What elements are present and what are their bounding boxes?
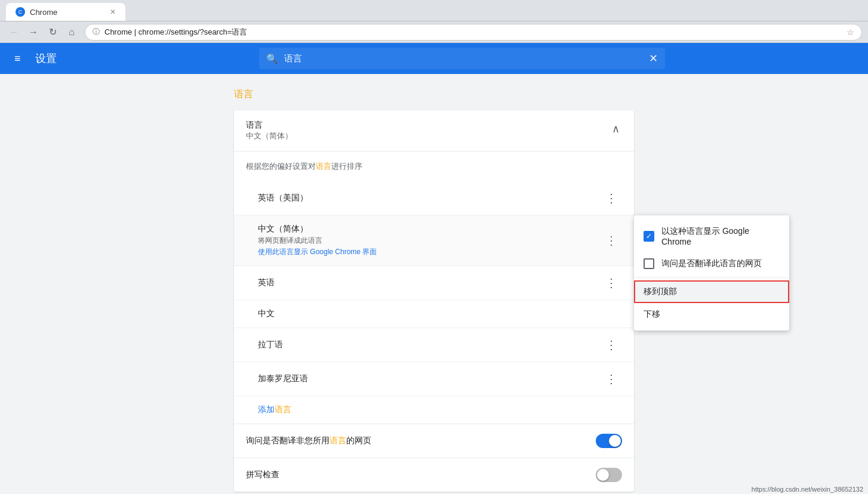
tab-bar: C Chrome ✕ (0, 0, 868, 21)
language-item-zh: 中文 (234, 300, 634, 328)
checkbox-display-chrome: ✓ (644, 231, 654, 242)
back-button[interactable]: ← (6, 24, 23, 41)
language-list: 英语（美国） ⋮ 中文（简体） 将网页翻译成此语言 使用此语言显示 Google… (234, 181, 634, 424)
address-text: Chrome | chrome://settings/?search=语言 (104, 27, 842, 38)
section-title: 语言 (234, 88, 634, 101)
hamburger-menu-button[interactable]: ≡ (10, 48, 26, 70)
language-name-zh-cn: 中文（简体） (258, 224, 377, 234)
language-name-zh: 中文 (258, 308, 275, 319)
translate-highlight: 语言 (308, 236, 322, 245)
settings-search-input[interactable] (284, 54, 643, 64)
reload-button[interactable]: ↻ (44, 24, 61, 41)
search-icon: 🔍 (266, 53, 278, 64)
more-options-en-us[interactable]: ⋮ (601, 190, 622, 206)
address-bar[interactable]: ⓘ Chrome | chrome://settings/?search=语言 … (85, 24, 862, 41)
card-description: 根据您的偏好设置对语言进行排序 (234, 152, 634, 181)
main-content: 语言 语言 中文（简体） ∧ 根据您的偏好设置对语言进行排序 英语（美国） ⋮ (0, 74, 868, 494)
spell-toggle[interactable] (596, 468, 622, 482)
menu-item-display-chrome[interactable]: ✓ 以这种语言显示 Google Chrome (634, 220, 789, 252)
translate-toggle-row: 询问是否翻译非您所用语言的网页 (234, 424, 634, 458)
translate-toggle-label: 询问是否翻译非您所用语言的网页 (246, 436, 371, 446)
language-name-en: 英语 (258, 277, 275, 288)
menu-item-ask-translate[interactable]: 询问是否翻译此语言的网页 (634, 252, 789, 275)
tab-close-button[interactable]: ✕ (110, 8, 116, 16)
collapse-button[interactable]: ∧ (610, 120, 622, 138)
language-item-la: 拉丁语 ⋮ (234, 328, 634, 362)
menu-item-ask-translate-label: 询问是否翻译此语言的网页 (661, 258, 762, 269)
menu-item-display-chrome-label: 以这种语言显示 Google Chrome (661, 226, 780, 246)
card-header-label: 语言 (246, 120, 293, 131)
tab-title: Chrome (30, 8, 57, 17)
search-clear-button[interactable]: ✕ (649, 52, 658, 65)
translate-prefix: 将网页翻译成此 (258, 236, 308, 245)
context-menu: ✓ 以这种语言显示 Google Chrome 询问是否翻译此语言的网页 移到顶… (634, 215, 789, 331)
more-options-zh-cn[interactable]: ⋮ (601, 232, 622, 249)
translate-toggle[interactable] (596, 434, 622, 448)
menu-item-move-down[interactable]: 下移 (634, 303, 789, 326)
language-name-la: 拉丁语 (258, 339, 283, 350)
spell-toggle-row: 拼写检查 (234, 458, 634, 492)
status-url: https://blog.csdn.net/weixin_38652132 (752, 486, 863, 493)
settings-header: ≡ 设置 🔍 ✕ (0, 43, 868, 74)
status-bar: https://blog.csdn.net/weixin_38652132 (747, 484, 868, 494)
toggle-thumb (609, 435, 621, 447)
nav-buttons: ← → ↻ ⌂ (6, 24, 80, 41)
card-header: 语言 中文（简体） ∧ (234, 110, 634, 152)
bookmark-star-icon[interactable]: ☆ (847, 27, 854, 37)
menu-item-move-top[interactable]: 移到顶部 (634, 280, 789, 303)
spell-toggle-thumb (597, 469, 609, 481)
language-sub-zh-cn: 将网页翻译成此语言 (258, 236, 377, 246)
description-suffix: 进行排序 (331, 162, 362, 171)
add-highlight: 语言 (275, 405, 291, 414)
language-item-en-us: 英语（美国） ⋮ (234, 181, 634, 215)
spell-toggle-label: 拼写检查 (246, 470, 279, 480)
language-settings-card: 语言 中文（简体） ∧ 根据您的偏好设置对语言进行排序 英语（美国） ⋮ 中文（… (234, 110, 634, 492)
language-name-ca: 加泰罗尼亚语 (258, 373, 308, 384)
language-name-en-us: 英语（美国） (258, 193, 308, 203)
menu-item-move-top-label: 移到顶部 (644, 286, 677, 297)
security-icon: ⓘ (93, 27, 100, 37)
language-info-zh-cn: 中文（简体） 将网页翻译成此语言 使用此语言显示 Google Chrome 界… (258, 224, 377, 257)
active-tab[interactable]: C Chrome ✕ (6, 3, 125, 21)
settings-title-label: 设置 (35, 51, 57, 66)
more-options-en[interactable]: ⋮ (601, 274, 622, 291)
add-prefix: 添加 (258, 405, 275, 414)
card-header-text: 语言 中文（简体） (246, 120, 293, 141)
card-header-sublabel: 中文（简体） (246, 131, 293, 141)
more-options-ca[interactable]: ⋮ (601, 370, 622, 387)
language-item-zh-cn: 中文（简体） 将网页翻译成此语言 使用此语言显示 Google Chrome 界… (234, 215, 634, 266)
use-chrome-link[interactable]: 使用此语言显示 Google Chrome 界面 (258, 248, 377, 256)
tab-favicon: C (16, 7, 25, 17)
menu-divider (634, 277, 789, 278)
checkbox-ask-translate (644, 258, 654, 269)
language-item-ca: 加泰罗尼亚语 ⋮ (234, 362, 634, 396)
home-button[interactable]: ⌂ (63, 24, 80, 41)
menu-item-move-down-label: 下移 (644, 309, 660, 320)
add-language-button[interactable]: 添加语言 (234, 396, 634, 424)
language-chrome-link-zh-cn[interactable]: 使用此语言显示 Google Chrome 界面 (258, 247, 377, 257)
browser-toolbar: ← → ↻ ⌂ ⓘ Chrome | chrome://settings/?se… (0, 21, 868, 43)
description-highlight: 语言 (316, 162, 331, 171)
forward-button[interactable]: → (25, 24, 42, 41)
description-prefix: 根据您的偏好设置对 (246, 162, 316, 171)
settings-search-box: 🔍 ✕ (259, 48, 665, 69)
language-item-en: 英语 ⋮ (234, 266, 634, 300)
more-options-la[interactable]: ⋮ (601, 336, 622, 353)
